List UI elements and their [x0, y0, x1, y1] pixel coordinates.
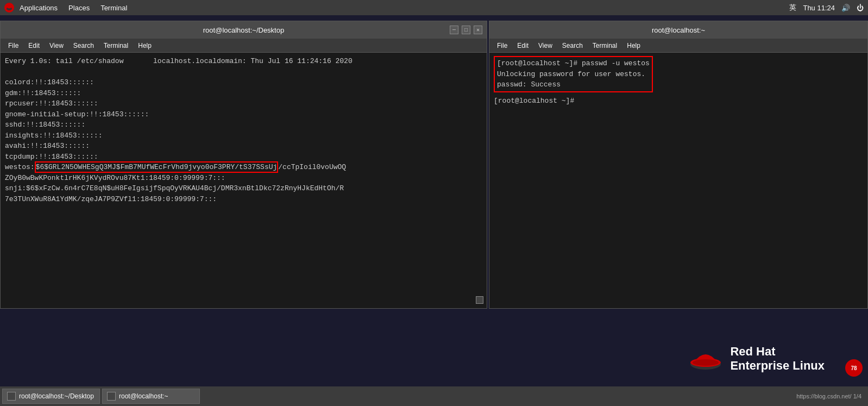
- term1-westos: westos:$6$GRL2N5OWHESgQ3MJ$FmB7MUfWEcFrV…: [5, 162, 482, 173]
- term1-search-menu[interactable]: Search: [69, 41, 98, 51]
- terminal-2-titlebar: root@localhost:~: [489, 21, 867, 39]
- term1-terminal-menu[interactable]: Terminal: [99, 41, 133, 51]
- term2-terminal-menu[interactable]: Terminal: [588, 41, 621, 51]
- passwd-command-highlight: [root@localhost ~]# passwd -u westos Unl…: [494, 56, 653, 92]
- maximize-button-1[interactable]: □: [462, 26, 470, 34]
- close-button-1[interactable]: ✕: [474, 26, 482, 34]
- taskbar-item-1[interactable]: root@localhost:~/Desktop: [2, 389, 100, 404]
- term1-colord: colord:!!:18453::::::: [5, 77, 482, 88]
- term1-help-menu[interactable]: Help: [134, 41, 156, 51]
- terminal-window-1: root@localhost:~/Desktop ─ □ ✕ File Edit…: [0, 21, 487, 309]
- rhel-version-badge: 78: [845, 359, 863, 377]
- term1-file-menu[interactable]: File: [4, 41, 23, 51]
- language-indicator: 英: [789, 3, 796, 13]
- term2-prompt: [root@localhost ~]#: [494, 96, 863, 107]
- redhat-logo-icon: [688, 343, 724, 373]
- term1-edit-menu[interactable]: Edit: [24, 41, 44, 51]
- term1-line-empty: [5, 67, 482, 78]
- term2-passwd-msg: Unlocking password for user westos.: [497, 69, 650, 80]
- taskbar-item-1-icon: [7, 392, 16, 401]
- term2-passwd-cmd: [root@localhost ~]# passwd -u westos: [497, 58, 650, 69]
- top-menubar: Applications Places Terminal 英 Thu 11:24…: [0, 0, 868, 15]
- term1-gnome: gnome-initial-setup:!!:18453::::::: [5, 109, 482, 120]
- applications-menu[interactable]: Applications: [14, 0, 63, 15]
- power-icon[interactable]: ⏻: [857, 4, 864, 12]
- term1-insights: insights:!!:18453::::::: [5, 130, 482, 141]
- term1-snji2: 7e3TUnXWuR8A1YdMK/zqeJA7P9ZVfl1:18459:0:…: [5, 194, 482, 205]
- redhat-name: Red Hat: [730, 345, 825, 359]
- term2-view-menu[interactable]: View: [534, 41, 557, 51]
- redhat-logo-text: Red Hat Enterprise Linux: [730, 345, 825, 373]
- terminal-window-2: root@localhost:~ File Edit View Search T…: [489, 21, 868, 309]
- redhat-product: Enterprise Linux: [730, 359, 825, 373]
- terminal-1-menubar: File Edit View Search Terminal Help: [1, 39, 487, 53]
- terminal-2-menubar: File Edit View Search Terminal Help: [489, 39, 867, 53]
- taskbar-right-text: https://blog.csdn.net/ 1/4: [796, 393, 866, 399]
- term1-gdm: gdm:!!:18453::::::: [5, 88, 482, 99]
- terminal-2-content: [root@localhost ~]# passwd -u westos Unl…: [489, 53, 867, 308]
- term1-avahi: avahi:!!:18453::::::: [5, 141, 482, 152]
- terminal-1-scrollbox: [476, 296, 483, 304]
- taskbar: root@localhost:~/Desktop root@localhost:…: [0, 386, 868, 406]
- term1-rpcuser: rpcuser:!!:18453::::::: [5, 98, 482, 109]
- terminal-1-titlebar: root@localhost:~/Desktop ─ □ ✕: [1, 21, 487, 39]
- term1-tcpdump: tcpdump:!!:18453::::::: [5, 152, 482, 163]
- term1-westos2: ZOyB0wBwKPonktlrHK6jKVydROvu87Kt1:18459:…: [5, 173, 482, 184]
- term1-header: Every 1.0s: tail /etc/shadow localhost.l…: [5, 56, 482, 67]
- term1-view-menu[interactable]: View: [45, 41, 68, 51]
- term2-help-menu[interactable]: Help: [622, 41, 645, 51]
- desktop: root@localhost:~/Desktop ─ □ ✕ File Edit…: [0, 15, 868, 406]
- volume-icon[interactable]: 🔊: [841, 4, 850, 12]
- redhat-menu-icon: [4, 3, 14, 13]
- taskbar-item-2[interactable]: root@localhost:~: [102, 389, 200, 404]
- svg-point-5: [693, 359, 719, 366]
- redhat-logo: Red Hat Enterprise Linux: [688, 343, 825, 373]
- terminal-2-title: root@localhost:~: [494, 26, 863, 34]
- term1-sshd: sshd:!!:18453::::::: [5, 120, 482, 130]
- terminal-1-content: Every 1.0s: tail /etc/shadow localhost.l…: [1, 53, 487, 308]
- svg-point-2: [7, 5, 11, 9]
- terminal-1-controls: ─ □ ✕: [450, 26, 482, 34]
- places-menu[interactable]: Places: [63, 0, 95, 15]
- terminal-menu[interactable]: Terminal: [95, 0, 133, 15]
- term1-snji: snji:$6$xFzCw.6n4rC7E8qN$uH8FeIgsijfSpqO…: [5, 183, 482, 194]
- term2-file-menu[interactable]: File: [493, 41, 512, 51]
- term2-search-menu[interactable]: Search: [558, 41, 587, 51]
- taskbar-item-1-label: root@localhost:~/Desktop: [19, 392, 94, 400]
- clock: Thu 11:24: [803, 4, 835, 12]
- taskbar-item-2-icon: [107, 392, 116, 401]
- term2-passwd-success: passwd: Success: [497, 79, 650, 90]
- minimize-button-1[interactable]: ─: [450, 26, 458, 34]
- term2-edit-menu[interactable]: Edit: [513, 41, 533, 51]
- taskbar-item-2-label: root@localhost:~: [119, 392, 168, 400]
- terminal-1-title: root@localhost:~/Desktop: [5, 26, 482, 34]
